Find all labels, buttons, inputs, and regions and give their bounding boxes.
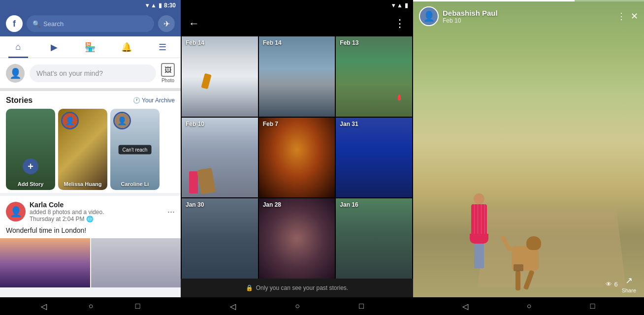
nav-notifications[interactable]: 🔔 [117, 39, 136, 55]
add-story-card[interactable]: + Add Story [6, 109, 55, 190]
gallery-cell-6[interactable]: Jan 31 [336, 118, 412, 198]
gallery-cell-4[interactable]: Feb 10 [182, 118, 258, 198]
home-button-2[interactable]: ○ [295, 302, 300, 311]
post-text: Wonderful time in London! [0, 224, 181, 238]
nav-marketplace[interactable]: 🏪 [80, 39, 100, 55]
cell-date-3: Feb 13 [340, 39, 358, 46]
post-info: Karla Cole added 8 photos and a video. T… [30, 201, 163, 222]
eye-icon: 👁 [606, 281, 612, 288]
post-header: 👤 Karla Cole added 8 photos and a video.… [0, 196, 181, 224]
nav-home[interactable]: ⌂ [8, 39, 28, 55]
composer-placeholder: What's on your mind? [36, 69, 103, 77]
photo-button[interactable]: 🖼 Photo [161, 63, 175, 83]
time-display: 8:30 [164, 2, 176, 9]
post-composer: 👤 What's on your mind? 🖼 Photo [0, 58, 181, 91]
home-button-1[interactable]: ○ [89, 302, 94, 311]
back-button-3[interactable]: ◁ [462, 302, 468, 311]
girl-head [474, 193, 484, 204]
wifi-icon-2: ▾ [392, 2, 395, 9]
post-image-2 [91, 238, 181, 287]
girl-skirt [470, 234, 488, 244]
dog-silhouette [512, 246, 539, 271]
cell-date-1: Feb 14 [186, 39, 204, 46]
composer-input[interactable]: What's on your mind? [30, 64, 156, 82]
viewer-user-avatar: 👤 [419, 6, 439, 26]
gallery-cell-1[interactable]: Feb 14 [182, 36, 258, 117]
post-meta: added 8 photos and a video. [30, 209, 163, 216]
viewer-footer: 👁 6 ↗ Share [413, 271, 644, 297]
girl-silhouette [470, 193, 488, 268]
viewer-username: Debashish Paul [443, 9, 613, 17]
cant-reach-tooltip: Can't reach [119, 145, 152, 154]
facebook-header: f 🔍 Search ✈ [0, 11, 181, 36]
dog-body [512, 246, 539, 271]
caroline-label: Caroline Li [110, 181, 160, 187]
share-label: Share [622, 287, 636, 293]
gallery-grid: Feb 14 Feb 14 Feb 13 Feb 10 Feb 7 Jan 31 [181, 36, 413, 279]
cell-date-9: Jan 16 [340, 201, 358, 208]
share-icon: ↗ [625, 275, 633, 286]
gallery-status-bar: ▾ ▲ ▮ [181, 0, 413, 11]
melissa-avatar-ring: 👤 [61, 112, 79, 129]
messenger-button[interactable]: ✈ [158, 15, 175, 32]
cell-date-8: Jan 28 [263, 201, 281, 208]
gallery-cell-3[interactable]: Feb 13 [336, 36, 412, 117]
story-close-button[interactable]: ✕ [631, 11, 638, 22]
viewer-user-info: Debashish Paul Feb 10 [443, 9, 613, 24]
facebook-nav: ⌂ ▶ 🏪 🔔 ☰ [0, 36, 181, 58]
stories-header: Stories 🕐 Your Archive [6, 96, 175, 105]
story-melissa[interactable]: 👤 Melissa Huang [58, 109, 107, 190]
gallery-status-icons: ▾ ▲ ▮ [392, 2, 408, 9]
gallery-back-button[interactable]: ← [189, 17, 199, 30]
viewer-date: Feb 10 [443, 17, 613, 24]
search-bar[interactable]: 🔍 Search [27, 15, 154, 32]
stories-row: + Add Story 👤 Melissa Huang 👤 Can't reac… [6, 109, 175, 190]
nav-menu[interactable]: ☰ [153, 39, 172, 55]
post-time: Thursday at 2:04 PM 🌐 [30, 216, 163, 222]
gallery-cell-2[interactable]: Feb 14 [259, 36, 335, 117]
post-action: added 8 photos and a video. [30, 209, 104, 216]
gallery-cell-5[interactable]: Feb 7 [259, 118, 335, 198]
gallery-cell-9[interactable]: Jan 16 [336, 198, 412, 279]
post-images [0, 238, 181, 287]
search-icon: 🔍 [32, 20, 40, 28]
add-story-button[interactable]: + [23, 158, 38, 174]
photo-label: Photo [161, 78, 174, 83]
girl-legs [474, 244, 484, 268]
recents-button-1[interactable]: □ [135, 302, 140, 311]
panel-stories-gallery: ▾ ▲ ▮ ← ⋮ Feb 14 Feb 14 Feb 13 [181, 0, 413, 315]
back-button-1[interactable]: ◁ [41, 302, 47, 311]
feed-post: 👤 Karla Cole added 8 photos and a video.… [0, 196, 181, 287]
gallery-footer: 🔒 Only you can see your past stories. [181, 279, 413, 297]
signal-icon-2: ▲ [397, 2, 403, 9]
nav-video[interactable]: ▶ [44, 39, 64, 55]
stories-section: Stories 🕐 Your Archive + Add Story 👤 Mel… [0, 91, 181, 193]
gallery-cell-8[interactable]: Jan 28 [259, 198, 335, 279]
post-author-name: Karla Cole [30, 201, 163, 209]
lock-icon: 🔒 [246, 284, 253, 291]
cell-date-5: Feb 7 [263, 121, 278, 127]
recents-button-3[interactable]: □ [590, 302, 595, 311]
status-bar-icons: ▾ ▲ ▮ 8:30 [146, 2, 176, 9]
photo-icon: 🖼 [161, 63, 175, 77]
gallery-more-button[interactable]: ⋮ [394, 17, 405, 30]
recents-button-2[interactable]: □ [359, 302, 364, 311]
caroline-avatar-ring: 👤 [113, 112, 131, 129]
share-button[interactable]: ↗ Share [622, 275, 636, 293]
stories-archive-button[interactable]: 🕐 Your Archive [133, 97, 175, 104]
story-more-button[interactable]: ⋮ [617, 11, 626, 22]
story-caroline[interactable]: 👤 Can't reach Caroline Li [110, 109, 160, 190]
cell-date-2: Feb 14 [263, 39, 282, 46]
viewer-views: 👁 6 [606, 281, 617, 288]
cell-date-7: Jan 30 [186, 201, 204, 208]
girl-body [471, 204, 487, 234]
post-more-button[interactable]: ··· [167, 207, 175, 216]
gallery-cell-7[interactable]: Jan 30 [182, 198, 258, 279]
gallery-header: ← ⋮ [181, 11, 413, 36]
facebook-logo: f [6, 15, 23, 32]
panel-story-viewer: 👤 Debashish Paul Feb 10 ⋮ ✕ 👁 6 ↗ Share … [413, 0, 644, 315]
home-button-3[interactable]: ○ [527, 302, 532, 311]
back-button-2[interactable]: ◁ [230, 302, 236, 311]
archive-label: Your Archive [142, 97, 175, 104]
post-image-1 [0, 238, 90, 287]
